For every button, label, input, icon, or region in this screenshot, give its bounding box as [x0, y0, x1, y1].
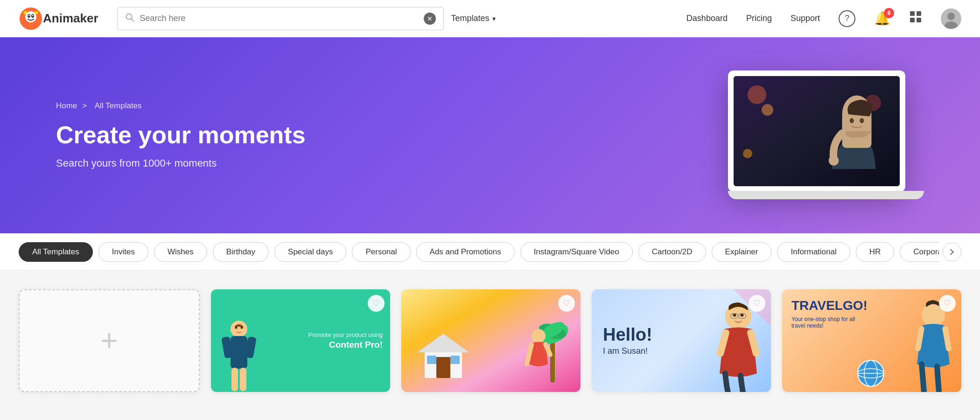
help-icon[interactable]: ? [839, 10, 855, 27]
svg-rect-12 [910, 18, 915, 22]
travel-globe-icon [857, 359, 885, 387]
template-card-teal-promo[interactable]: Promote your product using Content Pro! … [211, 289, 390, 392]
laptop-frame [728, 70, 905, 192]
blank-plus-icon: + [100, 323, 118, 358]
template-card-hello-susan[interactable]: Hello! I am Susan! [592, 289, 771, 392]
laptop-base [728, 191, 924, 199]
svg-rect-13 [917, 18, 921, 22]
svg-point-5 [32, 14, 34, 16]
svg-point-4 [28, 14, 30, 16]
svg-rect-23 [231, 336, 247, 369]
laptop-screen [734, 76, 900, 186]
blank-template-card[interactable]: + [19, 289, 200, 392]
cat-tab-explainer[interactable]: Explainer [712, 242, 772, 262]
apps-grid-icon[interactable] [909, 10, 922, 27]
beach-person-icon [525, 327, 553, 383]
nav-support[interactable]: Support [791, 14, 820, 23]
hello-card-heart-button[interactable]: ♡ [749, 295, 765, 312]
cat-tab-personal[interactable]: Personal [352, 242, 410, 262]
animaker-logo-icon [19, 7, 43, 31]
cat-tab-invites[interactable]: Invites [98, 242, 148, 262]
svg-rect-27 [240, 368, 246, 391]
hero-person-illustration [806, 93, 890, 186]
nav-links: Dashboard Pricing Support ? 🔔 6 [686, 8, 961, 29]
cat-tab-cartoon[interactable]: Cartoon/2D [638, 242, 706, 262]
templates-dropdown-label: Templates [451, 14, 490, 23]
notification-bell[interactable]: 🔔 6 [874, 11, 890, 26]
logo-text: Animaker [43, 11, 98, 26]
scroll-right-arrow[interactable] [943, 243, 961, 261]
header: Animaker ✕ Templates ▾ Dashboard Pricing… [0, 0, 980, 37]
cat-tab-special-days[interactable]: Special days [274, 242, 346, 262]
templates-dropdown[interactable]: Templates ▾ [451, 14, 496, 23]
travel-person-icon [910, 299, 957, 392]
category-bar: All Templates Invites Wishes Birthday Sp… [0, 233, 980, 271]
hero-banner: Home > All Templates Create your moments… [0, 37, 980, 233]
hero-illustration [728, 70, 924, 200]
breadcrumb-current: All Templates [95, 101, 142, 110]
nav-pricing[interactable]: Pricing [746, 14, 772, 23]
svg-rect-34 [450, 356, 460, 364]
nav-dashboard[interactable]: Dashboard [686, 14, 728, 23]
templates-grid: + Promote your product using [19, 289, 961, 392]
beach-house-icon [415, 331, 471, 378]
teal-promo-small-text: Promote your product using [308, 331, 383, 338]
beach-card-heart-button[interactable]: ♡ [558, 295, 575, 312]
user-avatar[interactable] [941, 8, 961, 29]
svg-point-39 [532, 329, 546, 343]
svg-rect-32 [436, 357, 450, 378]
travel-subtitle: Your one-stop shop for all travel needs! [791, 316, 857, 329]
search-bar: ✕ [117, 7, 444, 30]
category-scroll: All Templates Invites Wishes Birthday Sp… [19, 242, 939, 262]
logo[interactable]: Animaker [19, 7, 98, 31]
svg-rect-26 [231, 368, 238, 391]
cat-tab-birthday[interactable]: Birthday [213, 242, 269, 262]
svg-rect-33 [427, 356, 436, 364]
template-card-beach[interactable]: ♡ [401, 289, 581, 392]
teal-card-heart-button[interactable]: ♡ [368, 295, 385, 312]
svg-point-21 [829, 155, 839, 166]
cat-tab-ads-promotions[interactable]: Ads and Promotions [416, 242, 515, 262]
cat-tab-all-templates[interactable]: All Templates [19, 242, 93, 262]
svg-point-29 [241, 327, 243, 329]
cat-tab-instagram[interactable]: Instagram/Square Video [520, 242, 633, 262]
travel-card-heart-button[interactable]: ♡ [939, 295, 956, 312]
chevron-down-icon: ▾ [492, 15, 496, 22]
cat-tab-informational[interactable]: Informational [777, 242, 850, 262]
svg-point-22 [231, 321, 247, 337]
notification-badge: 6 [884, 8, 894, 18]
template-card-travel[interactable]: TRAVELGO! Your one-stop shop for all tra… [782, 289, 961, 392]
templates-section: + Promote your product using [0, 271, 980, 411]
search-icon [125, 13, 134, 24]
search-clear-button[interactable]: ✕ [424, 13, 436, 25]
svg-point-15 [947, 13, 955, 20]
breadcrumb-separator: > [82, 101, 87, 110]
svg-point-28 [235, 327, 238, 329]
svg-line-9 [131, 19, 134, 21]
svg-rect-10 [910, 11, 915, 16]
teal-promo-big-text: Content Pro! [308, 340, 383, 350]
svg-rect-11 [917, 11, 921, 16]
breadcrumb-home[interactable]: Home [56, 101, 77, 110]
cat-tab-wishes[interactable]: Wishes [154, 242, 207, 262]
svg-point-19 [850, 118, 854, 123]
cat-tab-corporate[interactable]: Corporate [900, 242, 939, 262]
svg-marker-30 [418, 334, 469, 352]
cat-tab-hr[interactable]: HR [856, 242, 895, 262]
svg-point-20 [860, 118, 864, 123]
search-input[interactable] [140, 14, 424, 23]
teal-card-figure-icon [220, 317, 258, 392]
